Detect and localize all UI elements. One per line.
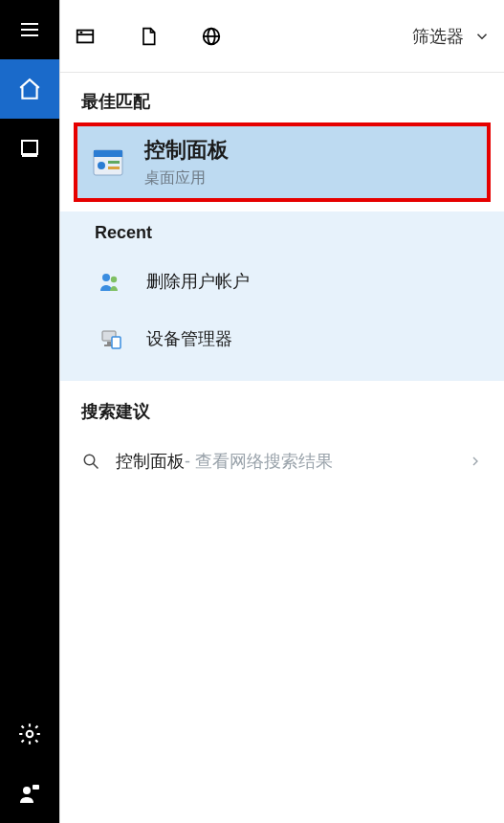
rail-apps[interactable] <box>0 119 59 178</box>
left-rail <box>0 0 59 823</box>
recent-header: Recent <box>60 223 504 253</box>
best-match-header: 最佳匹配 <box>60 73 504 122</box>
scope-documents[interactable] <box>137 25 160 48</box>
hamburger-button[interactable] <box>0 0 59 59</box>
svg-point-5 <box>27 731 33 738</box>
suggestion-web-search[interactable]: 控制面板 - 查看网络搜索结果 <box>60 433 504 490</box>
recent-item-label: 删除用户帐户 <box>146 270 250 293</box>
best-match-result[interactable]: 控制面板 桌面应用 <box>74 122 491 202</box>
monitor-icon <box>18 137 41 160</box>
scope-web[interactable] <box>200 25 223 48</box>
best-match-text: 控制面板 桌面应用 <box>144 136 229 189</box>
suggestion-query: 控制面板 <box>116 450 185 473</box>
document-icon <box>139 26 158 47</box>
svg-point-6 <box>23 787 31 794</box>
svg-point-20 <box>111 277 117 282</box>
filter-button[interactable]: 筛选器 <box>412 25 491 48</box>
svg-rect-3 <box>22 141 37 154</box>
svg-point-19 <box>102 274 110 281</box>
scope-apps[interactable] <box>74 25 97 48</box>
recent-item-delete-user[interactable]: 删除用户帐户 <box>60 253 504 310</box>
svg-rect-17 <box>108 161 120 164</box>
recent-item-label: 设备管理器 <box>146 327 232 350</box>
recent-section: Recent 删除用户帐户 设备管理器 <box>60 211 504 381</box>
search-icon <box>81 452 100 471</box>
person-feedback-icon <box>18 782 41 805</box>
search-suggestions: 搜索建议 控制面板 - 查看网络搜索结果 <box>60 381 504 490</box>
results-topbar: 筛选器 <box>60 0 504 73</box>
search-results-panel: 筛选器 最佳匹配 控制面板 桌面应用 Recent 删除用户帐户 <box>59 0 504 823</box>
chevron-down-icon <box>473 28 491 45</box>
svg-rect-22 <box>107 342 111 345</box>
best-match-subtitle: 桌面应用 <box>144 168 229 189</box>
svg-rect-24 <box>112 337 121 348</box>
rail-feedback[interactable] <box>0 764 59 823</box>
filter-label: 筛选器 <box>412 25 464 48</box>
chevron-right-icon <box>468 454 483 469</box>
suggestions-header: 搜索建议 <box>60 383 504 433</box>
svg-rect-7 <box>33 785 39 790</box>
suggestion-tail: - 查看网络搜索结果 <box>185 450 333 473</box>
rail-home[interactable] <box>0 59 59 119</box>
svg-rect-15 <box>94 150 122 157</box>
svg-rect-8 <box>77 30 94 42</box>
recent-item-device-manager[interactable]: 设备管理器 <box>60 310 504 367</box>
gear-icon <box>17 722 42 746</box>
svg-point-25 <box>84 455 95 465</box>
svg-point-16 <box>98 162 105 169</box>
window-icon <box>75 26 96 47</box>
users-icon <box>95 266 125 297</box>
control-panel-icon <box>93 147 123 178</box>
rail-settings[interactable] <box>0 704 59 764</box>
start-search-window: 筛选器 最佳匹配 控制面板 桌面应用 Recent 删除用户帐户 <box>0 0 504 823</box>
device-icon <box>95 323 125 354</box>
globe-icon <box>201 26 222 47</box>
rail-spacer <box>0 178 59 704</box>
home-icon <box>17 77 42 101</box>
topbar-scopes <box>74 25 223 48</box>
hamburger-icon <box>18 18 41 41</box>
svg-line-26 <box>93 463 98 468</box>
svg-rect-18 <box>108 167 120 169</box>
best-match-title: 控制面板 <box>144 136 229 165</box>
